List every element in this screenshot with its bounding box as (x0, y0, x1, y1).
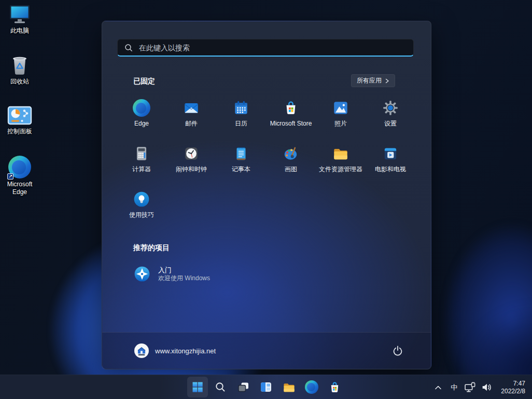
taskbar-search-button[interactable] (210, 377, 231, 397)
user-account-button[interactable]: www.xitongzhijia.net (134, 343, 216, 358)
taskbar-tray: 中 7:47 2022/2/8 (432, 375, 532, 399)
pinned-tile-notepad[interactable]: 记事本 (216, 140, 266, 185)
desktop: 此电脑 回收站 控制面板 ↗ Microsoft Edge (0, 0, 532, 399)
taskbar-store-button[interactable] (324, 377, 345, 397)
mail-icon (183, 99, 200, 117)
chevron-up-icon (432, 382, 444, 393)
desktop-icon-microsoft-edge[interactable]: ↗ Microsoft Edge (0, 156, 39, 196)
tray-date: 2022/2/8 (501, 388, 525, 395)
recommended-item-subtitle: 欢迎使用 Windows (158, 274, 210, 282)
volume-icon (481, 381, 493, 393)
edge-icon (133, 99, 150, 117)
photos-icon (332, 99, 349, 117)
desktop-icon-label: 回收站 (10, 78, 29, 86)
user-site-label: www.xitongzhijia.net (155, 347, 216, 355)
chevron-right-icon (385, 78, 389, 84)
desktop-icon-label: 此电脑 (10, 27, 29, 35)
get-started-icon (133, 265, 151, 283)
task-view-button[interactable] (233, 377, 254, 397)
tile-label: 文件资源管理器 (319, 166, 362, 173)
pinned-tile-edge[interactable]: Edge (117, 94, 166, 140)
search-icon (124, 44, 133, 52)
movies-tv-icon (382, 145, 399, 162)
task-view-icon (237, 381, 250, 394)
pinned-tile-movies-tv[interactable]: 电影和电视 (366, 140, 415, 185)
pinned-tile-calendar[interactable]: 日历 (216, 94, 266, 140)
search-icon (215, 381, 226, 393)
edge-icon (305, 380, 318, 394)
windows-start-icon (191, 381, 204, 393)
widgets-button[interactable] (256, 377, 276, 397)
pinned-tile-settings[interactable]: 设置 (366, 94, 415, 140)
widgets-icon (259, 380, 273, 394)
tile-label: Edge (134, 120, 149, 127)
start-button[interactable] (187, 377, 208, 397)
all-apps-label: 所有应用 (357, 76, 382, 85)
pinned-tile-mail[interactable]: 邮件 (166, 94, 216, 140)
paint-icon (282, 145, 300, 162)
recommended-section-header: 推荐的项目 (133, 243, 170, 253)
taskbar-edge-button[interactable] (301, 377, 322, 397)
calculator-icon (133, 145, 150, 162)
pinned-section-header: 已固定 (133, 77, 155, 86)
taskbar: 中 7:47 2022/2/8 (0, 375, 532, 399)
quick-settings-button[interactable] (464, 381, 493, 393)
tray-time: 7:47 (513, 380, 525, 388)
tile-label: 画图 (285, 166, 297, 173)
recycle-bin-icon (10, 53, 30, 76)
tips-icon (133, 190, 150, 208)
power-button[interactable] (387, 340, 408, 361)
wallpaper-bloom-dark (423, 166, 532, 399)
tile-label: 日历 (235, 120, 247, 127)
tray-overflow-button[interactable] (432, 382, 444, 393)
pinned-tile-photos[interactable]: 照片 (316, 94, 366, 140)
notepad-icon (232, 145, 250, 162)
desktop-icon-this-pc[interactable]: 此电脑 (0, 4, 39, 35)
all-apps-button[interactable]: 所有应用 (351, 74, 395, 87)
start-menu: 已固定 所有应用 Edge 邮件 (102, 21, 431, 369)
wired-network-icon (464, 381, 476, 393)
calendar-icon (232, 99, 250, 117)
tile-label: 闹钟和时钟 (176, 166, 207, 173)
recommended-item-get-started[interactable]: 入门 欢迎使用 Windows (127, 261, 293, 287)
tile-label: 使用技巧 (129, 211, 154, 218)
control-panel-icon (7, 106, 32, 126)
desktop-icon-label: Microsoft Edge (0, 181, 39, 196)
start-search-box[interactable] (117, 39, 414, 57)
pinned-apps-grid: Edge 邮件 (117, 94, 417, 231)
search-input[interactable] (138, 43, 407, 52)
shortcut-arrow-icon: ↗ (7, 173, 13, 180)
tile-label: 计算器 (132, 166, 151, 173)
file-explorer-icon (282, 380, 296, 394)
desktop-icon-label: 控制面板 (7, 128, 32, 135)
tile-label: 电影和电视 (375, 166, 406, 173)
tile-label: 设置 (384, 120, 397, 127)
desktop-icon-recycle-bin[interactable]: 回收站 (0, 53, 39, 86)
tile-label: 记事本 (232, 166, 250, 173)
file-explorer-icon (332, 145, 349, 162)
pinned-tile-microsoft-store[interactable]: Microsoft Store (266, 94, 316, 140)
store-icon (328, 380, 342, 394)
taskbar-center-buttons (187, 377, 345, 397)
start-menu-footer: www.xitongzhijia.net (102, 332, 431, 369)
pinned-tile-paint[interactable]: 画图 (266, 140, 316, 185)
power-icon (391, 345, 404, 357)
desktop-icon-control-panel[interactable]: 控制面板 (0, 106, 39, 135)
pinned-tile-tips[interactable]: 使用技巧 (117, 185, 166, 231)
pinned-tile-alarms-clock[interactable]: 闹钟和时钟 (166, 140, 216, 185)
pinned-tile-file-explorer[interactable]: 文件资源管理器 (316, 140, 366, 185)
tile-label: 照片 (334, 120, 347, 127)
taskbar-clock[interactable]: 7:47 2022/2/8 (501, 380, 525, 395)
tile-label: 邮件 (185, 120, 198, 127)
store-icon (282, 99, 300, 117)
edge-icon: ↗ (8, 156, 31, 178)
pinned-tile-calculator[interactable]: 计算器 (117, 140, 166, 185)
recommended-item-title: 入门 (158, 266, 210, 274)
alarm-clock-icon (183, 145, 200, 162)
taskbar-file-explorer-button[interactable] (278, 377, 299, 397)
this-pc-icon (8, 4, 31, 25)
settings-icon (382, 99, 399, 117)
tile-label: Microsoft Store (270, 120, 312, 127)
xitongzhijia-logo (134, 343, 149, 358)
input-method-indicator[interactable]: 中 (451, 383, 457, 392)
